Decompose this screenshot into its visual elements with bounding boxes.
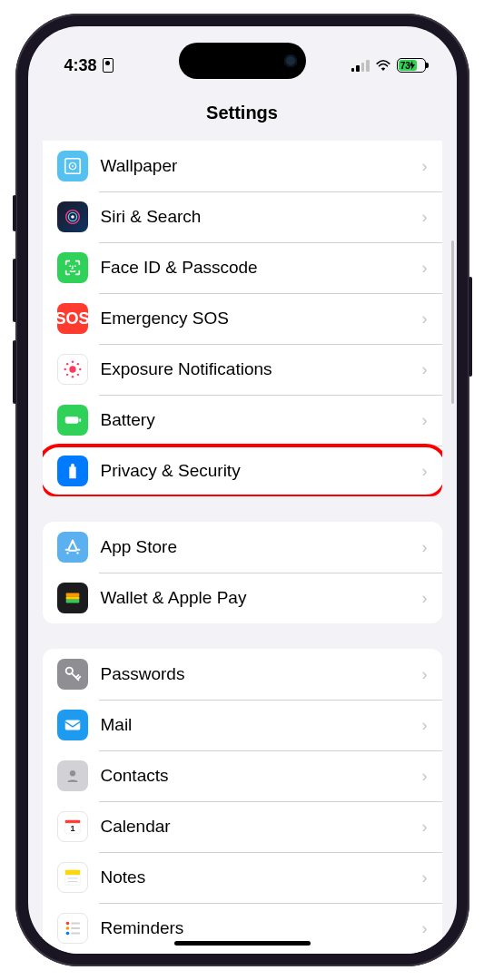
row-faceid[interactable]: Face ID & Passcode › — [43, 242, 442, 293]
notes-icon — [57, 862, 88, 893]
row-label: Emergency SOS — [101, 309, 422, 328]
chevron-right-icon: › — [422, 360, 428, 379]
row-battery[interactable]: Battery › — [43, 395, 442, 446]
chevron-right-icon: › — [422, 538, 428, 557]
sos-icon: SOS — [57, 303, 88, 334]
row-label: App Store — [101, 537, 422, 557]
svg-point-36 — [65, 932, 69, 936]
svg-point-16 — [76, 374, 78, 376]
row-appstore[interactable]: App Store › — [43, 522, 442, 573]
phone-frame: 4:38 73 — [15, 14, 469, 966]
svg-point-12 — [79, 368, 81, 370]
row-label: Siri & Search — [101, 207, 422, 227]
settings-content[interactable]: Wallpaper › Siri & Search › Face ID & Pa… — [28, 135, 457, 954]
row-contacts[interactable]: Contacts › — [43, 750, 442, 801]
row-label: Reminders — [101, 918, 422, 938]
svg-rect-21 — [65, 593, 79, 597]
svg-point-6 — [69, 265, 71, 267]
svg-point-26 — [69, 770, 75, 777]
row-label: Wallet & Apple Pay — [101, 588, 422, 608]
row-passwords[interactable]: Passwords › — [43, 649, 442, 700]
row-calendar[interactable]: 1 Calendar › — [43, 801, 442, 852]
row-label: Passwords — [101, 664, 422, 684]
home-indicator[interactable] — [174, 941, 311, 946]
row-wallet[interactable]: Wallet & Apple Pay › — [43, 573, 442, 623]
row-reminders[interactable]: Reminders › — [43, 903, 442, 954]
settings-section-2: Passwords › Mail › Contacts › — [43, 649, 442, 954]
page-title: Settings — [206, 103, 278, 123]
screen: 4:38 73 — [28, 26, 457, 954]
row-label: Privacy & Security — [101, 461, 422, 481]
settings-section-0: Wallpaper › Siri & Search › Face ID & Pa… — [43, 141, 442, 496]
row-label: Calendar — [101, 817, 422, 837]
row-privacy[interactable]: Privacy & Security › — [43, 446, 442, 496]
chevron-right-icon: › — [422, 208, 428, 227]
row-label: Contacts — [101, 766, 422, 786]
chevron-right-icon: › — [422, 818, 428, 837]
cellular-signal-icon — [351, 60, 370, 72]
svg-point-15 — [65, 374, 67, 376]
svg-rect-17 — [64, 416, 78, 423]
svg-point-9 — [71, 361, 73, 363]
chevron-right-icon: › — [422, 589, 428, 608]
svg-rect-23 — [65, 600, 79, 603]
nav-header: Settings — [28, 90, 457, 135]
row-notes[interactable]: Notes › — [43, 852, 442, 903]
key-icon — [57, 659, 88, 690]
svg-rect-25 — [64, 720, 80, 730]
wallet-icon — [57, 583, 88, 613]
battery-level: 73 — [399, 60, 417, 71]
mail-icon — [57, 710, 88, 740]
chevron-right-icon: › — [422, 157, 428, 176]
svg-point-34 — [65, 922, 69, 926]
chevron-right-icon: › — [422, 309, 428, 328]
chevron-right-icon: › — [422, 462, 428, 481]
status-left: 4:38 — [64, 56, 114, 75]
calendar-icon: 1 — [57, 811, 88, 842]
chevron-right-icon: › — [422, 665, 428, 684]
exposure-icon — [57, 354, 88, 385]
contacts-icon — [57, 760, 88, 791]
row-label: Exposure Notifications — [101, 359, 422, 379]
row-mail[interactable]: Mail › — [43, 700, 442, 750]
svg-point-13 — [65, 363, 67, 365]
power-button — [469, 277, 472, 377]
row-siri[interactable]: Siri & Search › — [43, 191, 442, 242]
svg-point-8 — [69, 366, 75, 372]
front-camera — [284, 54, 297, 67]
svg-point-2 — [72, 165, 74, 167]
row-exposure[interactable]: Exposure Notifications › — [43, 344, 442, 395]
status-right: 73 — [351, 58, 426, 73]
svg-point-20 — [76, 552, 78, 554]
battery-icon: 73 — [397, 58, 426, 73]
wifi-icon — [375, 59, 391, 72]
svg-rect-30 — [64, 870, 80, 876]
row-label: Face ID & Passcode — [101, 258, 422, 278]
side-button — [13, 195, 16, 231]
portrait-lock-icon — [103, 58, 114, 73]
row-wallpaper[interactable]: Wallpaper › — [43, 141, 442, 191]
svg-point-19 — [66, 552, 68, 554]
svg-rect-22 — [65, 596, 79, 600]
chevron-right-icon: › — [422, 767, 428, 786]
reminders-icon — [57, 913, 88, 944]
chevron-right-icon: › — [422, 411, 428, 430]
svg-point-11 — [64, 368, 65, 370]
appstore-icon — [57, 532, 88, 563]
row-label: Mail — [101, 715, 422, 735]
privacy-icon — [57, 456, 88, 486]
row-sos[interactable]: SOS Emergency SOS › — [43, 293, 442, 344]
siri-icon — [57, 201, 88, 232]
svg-rect-31 — [64, 875, 80, 885]
status-time: 4:38 — [64, 56, 97, 75]
svg-point-5 — [71, 215, 74, 219]
svg-point-14 — [76, 363, 78, 365]
scrollbar[interactable] — [451, 240, 454, 404]
svg-rect-18 — [79, 418, 81, 422]
chevron-right-icon: › — [422, 716, 428, 735]
volume-up-button — [13, 259, 16, 322]
row-label: Battery — [101, 410, 422, 430]
svg-point-7 — [74, 265, 75, 267]
row-label: Notes — [101, 867, 422, 887]
battery-row-icon — [57, 405, 88, 436]
